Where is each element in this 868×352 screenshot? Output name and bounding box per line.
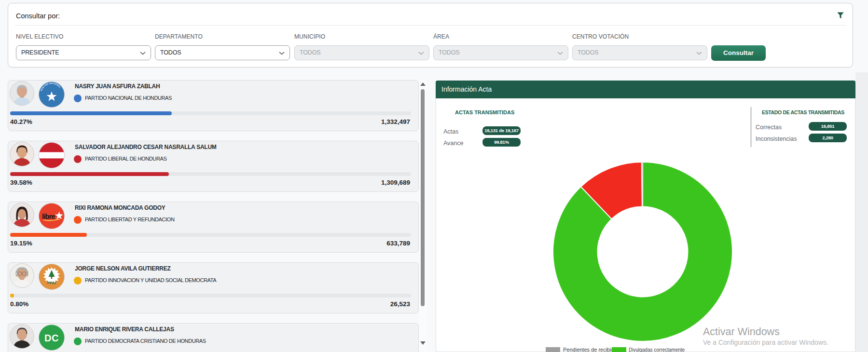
svg-text:libre: libre [42,213,55,220]
svg-text:DC: DC [44,333,59,343]
svg-text:PINU: PINU [47,281,56,285]
